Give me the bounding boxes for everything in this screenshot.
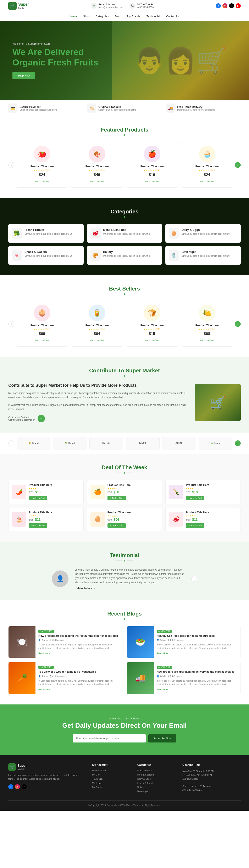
instagram-icon[interactable]: ♥ bbox=[222, 3, 227, 8]
deal-4-add-cart-button[interactable]: + Add to Cart bbox=[29, 523, 47, 528]
deal-2-add-cart-button[interactable]: + Add to Cart bbox=[107, 496, 126, 500]
badge-title-3: Free Home Delivery bbox=[177, 105, 215, 108]
brand-logo-5[interactable]: GRIER bbox=[162, 437, 196, 450]
deal-3-add-cart-button[interactable]: + Add to Cart bbox=[186, 496, 204, 500]
nav-testimonial[interactable]: Testimonial bbox=[146, 14, 160, 19]
nav-home[interactable]: Home bbox=[70, 14, 77, 19]
product-2-image: 🍖 bbox=[89, 146, 105, 162]
hero-cta-button[interactable]: Shop Now bbox=[12, 72, 35, 79]
footer-cat-beverages[interactable]: Beverages bbox=[137, 790, 176, 793]
deal-section: Deal Of The Week 🌶️ Product Title Here ★… bbox=[0, 454, 249, 542]
footer-cat-bakery[interactable]: Bakery bbox=[137, 786, 176, 788]
product-4-add-cart-button[interactable]: + Add to Cart bbox=[185, 179, 229, 184]
hero-title: We Are Delivered Organic Fresh Fruits bbox=[12, 47, 98, 68]
logo[interactable]: 🛒 Super Market bbox=[8, 2, 29, 10]
bs-product-3-name: Product Title Here bbox=[130, 324, 174, 327]
bs-product-4-add-cart-button[interactable]: + Add to Cart bbox=[185, 338, 229, 343]
brands-next-button[interactable]: › bbox=[235, 440, 241, 446]
footer-link-recent-orders[interactable]: Recent Order bbox=[92, 769, 131, 772]
youtube-icon[interactable]: ▶ bbox=[236, 3, 241, 8]
deal-1-add-cart-button[interactable]: + Add to Cart bbox=[29, 496, 47, 500]
footer-link-my-profile[interactable]: My Profile bbox=[92, 786, 131, 788]
deal-product-4: 🎂 Product Title Here ★★★★☆ $15 $11 + Add… bbox=[8, 507, 84, 531]
category-dairy-eggs[interactable]: 🥚 Dairy & Eggs Umhlungu serd iti cupiqu … bbox=[165, 224, 241, 243]
nav-top-brands[interactable]: Top Brands bbox=[127, 14, 140, 19]
featured-next-button[interactable]: › bbox=[235, 162, 241, 168]
bestsellers-prev-button[interactable]: ‹ bbox=[8, 321, 14, 327]
phone-value: +000 1234-5678 bbox=[137, 6, 153, 8]
bs-product-2-price: $04 bbox=[75, 332, 119, 336]
testimonial-author: Kalvin Peterson bbox=[75, 587, 185, 590]
blog-2-comments: 💬 3 Comments bbox=[168, 639, 183, 641]
brand-logo-2[interactable]: 🌿 Brand bbox=[53, 437, 87, 450]
category-meat-seafood[interactable]: 🥩 Meat & Sea Food Umhlungu serd iti cupi… bbox=[87, 224, 162, 243]
category-4-desc: Umhlungu serd iti cupiqu qui officia des… bbox=[25, 254, 72, 257]
brand-logo-4[interactable]: DINER bbox=[126, 437, 159, 450]
blog-2-read-more[interactable]: Read More bbox=[157, 652, 168, 655]
brand-logo-1[interactable]: 🌾 Brand bbox=[16, 437, 50, 450]
deal-2-image: 🍊 bbox=[91, 485, 105, 499]
blog-4-read-more[interactable]: Read More bbox=[157, 688, 168, 691]
deal-6-add-cart-button[interactable]: + Add to Cart bbox=[186, 523, 204, 528]
brand-logo-6[interactable]: 🍃 Brand bbox=[199, 437, 233, 450]
footer-facebook-icon[interactable]: f bbox=[8, 784, 13, 789]
category-3-desc: Umhlungu serd iti cupiqu qui officia des… bbox=[182, 232, 229, 236]
blog-1-read-more[interactable]: Read More bbox=[38, 652, 50, 655]
footer-cat-fresh[interactable]: Fresh Produce bbox=[137, 769, 176, 772]
brands-prev-button[interactable]: ‹ bbox=[8, 440, 14, 446]
product-2-add-cart-button[interactable]: + Add to Cart bbox=[75, 179, 119, 184]
category-4-name: Snack & Sweets bbox=[25, 250, 72, 253]
nav-shop[interactable]: Shop bbox=[83, 14, 90, 19]
nav-blog[interactable]: Blog bbox=[115, 14, 120, 19]
featured-products-section: Featured Products ‹ 🍅 Product Title Here… bbox=[0, 116, 249, 198]
bs-product-3-add-cart-button[interactable]: + Add to Cart bbox=[130, 338, 174, 343]
nav-contact[interactable]: Contact Us bbox=[166, 14, 179, 19]
twitter-icon[interactable]: 𝕏 bbox=[229, 3, 234, 8]
bestsellers-next-button[interactable]: › bbox=[235, 321, 241, 327]
footer-link-wish-list[interactable]: Wish List bbox=[92, 782, 131, 784]
bs-product-1-image: 🧅 bbox=[34, 305, 50, 321]
nav-categories[interactable]: Categories bbox=[96, 14, 109, 19]
footer-cat-frozen[interactable]: Frozen & Event bbox=[137, 782, 176, 784]
footer-opening-heading: Opening Time bbox=[182, 763, 241, 766]
blog-3-read-more[interactable]: Read More bbox=[38, 688, 50, 691]
bs-product-1-add-cart-button[interactable]: + Add to Cart bbox=[20, 338, 64, 343]
facebook-icon[interactable]: f bbox=[216, 3, 221, 8]
best-sellers-section: Best Sellers ‹ 🧅 Product Title Here ★★★★… bbox=[0, 275, 249, 357]
bs-product-2-add-cart-button[interactable]: + Add to Cart bbox=[75, 338, 119, 343]
product-1-rating: ★★★★☆ 4.5 bbox=[20, 169, 64, 172]
bs-product-3-image: 🍞 bbox=[144, 305, 161, 321]
bestsellers-title: Best Sellers bbox=[8, 285, 241, 292]
category-snacks[interactable]: 🍬 Snack & Sweets Umhlungu serd iti cupiq… bbox=[8, 246, 84, 265]
footer-link-track-order[interactable]: Track Order bbox=[92, 778, 131, 780]
category-fresh-product[interactable]: 🥦 Fresh Product Umhlungu serd iti cupiqu… bbox=[8, 224, 84, 243]
contribute-desc-2: In voluptat velit esse cillum dolore eu … bbox=[8, 403, 187, 411]
featured-prev-button[interactable]: ‹ bbox=[8, 162, 14, 168]
footer-link-my-cart[interactable]: My Cart bbox=[92, 773, 131, 776]
deal-2-new-price: $08 bbox=[113, 490, 119, 494]
deal-5-add-cart-button[interactable]: + Add to Cart bbox=[107, 523, 126, 528]
blog-3-title: Top view of a wooden table full of veget… bbox=[38, 670, 119, 674]
site-header: 🛒 Super Market ✉ Email Address hello@sup… bbox=[0, 0, 249, 21]
bs-product-4-name: Product Title Here bbox=[185, 324, 229, 327]
deal-6-old-price: $17 bbox=[186, 518, 190, 521]
footer-account-heading: My Account bbox=[92, 763, 131, 766]
testimonial-prev-button[interactable]: › bbox=[191, 576, 197, 582]
footer-cat-meat[interactable]: Meat & Seafood bbox=[137, 773, 176, 776]
hero-subtitle: Welcome To Supermarket Store bbox=[12, 42, 98, 45]
footer-instagram-icon[interactable]: ♥ bbox=[15, 784, 20, 789]
subscribe-button[interactable]: Subscribe Now bbox=[148, 734, 176, 743]
footer-twitter-icon[interactable]: 𝕏 bbox=[22, 784, 27, 789]
featured-product-3: 🍎 Product Title Here ★★★★★ 4.7 $19 + Add… bbox=[126, 142, 178, 188]
contribute-arrow-button[interactable]: → bbox=[38, 415, 45, 422]
featured-product-2: 🍖 Product Title Here ★★★★☆ 4.2 $49 + Add… bbox=[71, 142, 123, 188]
category-beverages[interactable]: 🥤 Beverages Umhlungu serd iti cupiqu qui… bbox=[165, 246, 241, 265]
product-1-add-cart-button[interactable]: + Add to Cart bbox=[20, 179, 64, 184]
deal-3-new-price: $18 bbox=[192, 490, 198, 494]
product-3-add-cart-button[interactable]: + Add to Cart bbox=[130, 179, 174, 184]
category-bakery[interactable]: 🥐 Bakery Umhlungu serd iti cupiqu qui of… bbox=[87, 246, 162, 265]
footer-cat-dairy[interactable]: Dairy & Eggs bbox=[137, 778, 176, 780]
brand-logo-3[interactable]: iGrocle bbox=[90, 437, 123, 450]
product-4-image: 🧁 bbox=[199, 146, 215, 162]
subscribe-email-input[interactable] bbox=[73, 734, 146, 743]
